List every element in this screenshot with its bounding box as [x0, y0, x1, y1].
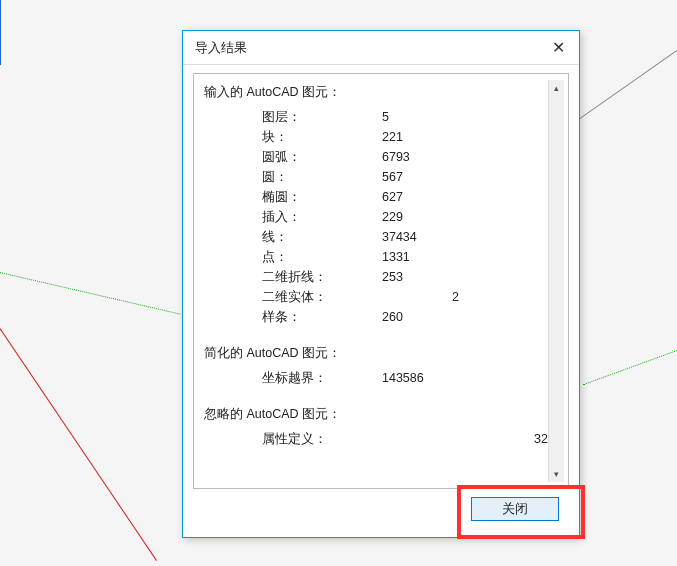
- axis-gray: [578, 50, 677, 120]
- close-button[interactable]: 关闭: [471, 497, 559, 521]
- axis-z-blue: [0, 0, 1, 65]
- axis-x-red: [0, 328, 157, 561]
- vertical-scrollbar[interactable]: ▴ ▾: [548, 80, 564, 482]
- scroll-down-arrow-icon[interactable]: ▾: [549, 466, 564, 482]
- data-row: 椭圆：627: [204, 187, 548, 207]
- import-results-dialog: 导入结果 ✕ 输入的 AutoCAD 图元： 图层：5 块：221 圆弧：679…: [182, 30, 580, 538]
- dialog-title: 导入结果: [195, 39, 545, 57]
- section-simplified-header: 简化的 AutoCAD 图元：: [204, 345, 548, 362]
- data-row: 二维折线：253: [204, 267, 548, 287]
- close-icon[interactable]: ✕: [545, 35, 571, 61]
- dialog-titlebar[interactable]: 导入结果 ✕: [183, 31, 579, 65]
- section-ignored-header: 忽略的 AutoCAD 图元：: [204, 406, 548, 423]
- data-row: 图层：5: [204, 107, 548, 127]
- results-textbox: 输入的 AutoCAD 图元： 图层：5 块：221 圆弧：6793 圆：567…: [193, 73, 569, 489]
- results-content: 输入的 AutoCAD 图元： 图层：5 块：221 圆弧：6793 圆：567…: [204, 80, 548, 482]
- data-row: 属性定义：32: [204, 429, 548, 449]
- dialog-content-area: 输入的 AutoCAD 图元： 图层：5 块：221 圆弧：6793 圆：567…: [183, 65, 579, 537]
- data-row: 样条：260: [204, 307, 548, 327]
- axis-y-green-left: [0, 272, 180, 315]
- data-row: 圆弧：6793: [204, 147, 548, 167]
- data-row: 点：1331: [204, 247, 548, 267]
- data-row: 插入：229: [204, 207, 548, 227]
- axis-y-green-right: [583, 350, 677, 385]
- data-row: 线：37434: [204, 227, 548, 247]
- data-row: 块：221: [204, 127, 548, 147]
- section-imported-header: 输入的 AutoCAD 图元：: [204, 84, 548, 101]
- data-row: 圆：567: [204, 167, 548, 187]
- data-row: 二维实体：2: [204, 287, 548, 307]
- data-row: 坐标越界：143586: [204, 368, 548, 388]
- dialog-footer: 关闭: [193, 489, 569, 531]
- scroll-up-arrow-icon[interactable]: ▴: [549, 80, 564, 96]
